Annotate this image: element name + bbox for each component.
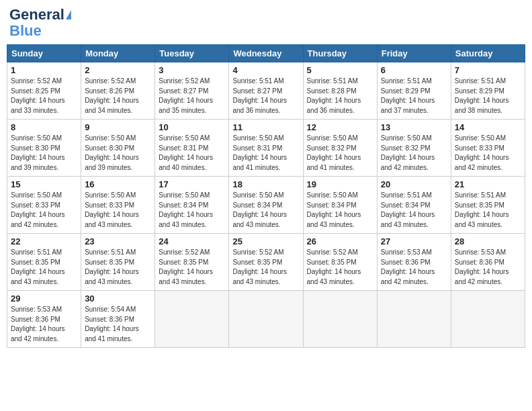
col-header-sunday: Sunday	[7, 45, 81, 62]
col-header-friday: Friday	[377, 45, 451, 62]
day-cell-empty	[377, 291, 451, 348]
week-row-6: 29Sunrise: 5:53 AMSunset: 8:36 PMDayligh…	[7, 291, 525, 348]
day-number: 18	[232, 179, 299, 189]
week-row-1: 1Sunrise: 5:52 AMSunset: 8:25 PMDaylight…	[7, 62, 525, 120]
day-cell-30: 30Sunrise: 5:54 AMSunset: 8:36 PMDayligh…	[81, 291, 155, 348]
day-info: Sunrise: 5:50 AMSunset: 8:33 PMDaylight:…	[85, 191, 151, 230]
day-number: 20	[381, 179, 447, 189]
day-cell-7: 7Sunrise: 5:51 AMSunset: 8:29 PMDaylight…	[451, 62, 525, 120]
day-number: 2	[85, 65, 151, 75]
day-info: Sunrise: 5:52 AMSunset: 8:25 PMDaylight:…	[11, 77, 77, 116]
day-info: Sunrise: 5:50 AMSunset: 8:33 PMDaylight:…	[455, 134, 521, 173]
logo: General Blue	[9, 7, 71, 39]
week-row-4: 22Sunrise: 5:51 AMSunset: 8:35 PMDayligh…	[7, 234, 525, 291]
week-row-3: 15Sunrise: 5:50 AMSunset: 8:33 PMDayligh…	[7, 177, 525, 234]
day-cell-26: 26Sunrise: 5:52 AMSunset: 8:35 PMDayligh…	[303, 234, 377, 291]
col-header-monday: Monday	[81, 45, 155, 62]
day-info: Sunrise: 5:52 AMSunset: 8:35 PMDaylight:…	[307, 248, 373, 287]
day-cell-16: 16Sunrise: 5:50 AMSunset: 8:33 PMDayligh…	[81, 177, 155, 234]
day-cell-3: 3Sunrise: 5:52 AMSunset: 8:27 PMDaylight…	[155, 62, 229, 120]
day-number: 3	[159, 65, 225, 75]
logo-text-blue: Blue	[9, 23, 42, 39]
day-info: Sunrise: 5:51 AMSunset: 8:29 PMDaylight:…	[381, 77, 447, 116]
day-number: 28	[455, 236, 521, 246]
day-cell-21: 21Sunrise: 5:51 AMSunset: 8:35 PMDayligh…	[451, 177, 525, 234]
day-cell-13: 13Sunrise: 5:50 AMSunset: 8:32 PMDayligh…	[377, 120, 451, 177]
day-cell-15: 15Sunrise: 5:50 AMSunset: 8:33 PMDayligh…	[7, 177, 81, 234]
day-info: Sunrise: 5:53 AMSunset: 8:36 PMDaylight:…	[11, 305, 77, 344]
day-number: 26	[307, 236, 373, 246]
logo-icon	[66, 10, 71, 19]
day-cell-10: 10Sunrise: 5:50 AMSunset: 8:31 PMDayligh…	[155, 120, 229, 177]
week-row-2: 8Sunrise: 5:50 AMSunset: 8:30 PMDaylight…	[7, 120, 525, 177]
day-info: Sunrise: 5:51 AMSunset: 8:35 PMDaylight:…	[85, 248, 151, 287]
day-number: 9	[85, 122, 151, 132]
day-cell-6: 6Sunrise: 5:51 AMSunset: 8:29 PMDaylight…	[377, 62, 451, 120]
day-number: 6	[381, 65, 447, 75]
day-cell-2: 2Sunrise: 5:52 AMSunset: 8:26 PMDaylight…	[81, 62, 155, 120]
day-cell-17: 17Sunrise: 5:50 AMSunset: 8:34 PMDayligh…	[155, 177, 229, 234]
day-number: 24	[159, 236, 225, 246]
day-number: 14	[455, 122, 521, 132]
day-cell-14: 14Sunrise: 5:50 AMSunset: 8:33 PMDayligh…	[451, 120, 525, 177]
day-info: Sunrise: 5:51 AMSunset: 8:28 PMDaylight:…	[307, 77, 373, 116]
day-cell-28: 28Sunrise: 5:53 AMSunset: 8:36 PMDayligh…	[451, 234, 525, 291]
day-info: Sunrise: 5:51 AMSunset: 8:29 PMDaylight:…	[455, 77, 521, 116]
day-info: Sunrise: 5:50 AMSunset: 8:34 PMDaylight:…	[232, 191, 299, 230]
logo-text-general: General	[9, 7, 64, 23]
day-number: 29	[11, 293, 77, 304]
day-number: 10	[159, 122, 225, 132]
day-info: Sunrise: 5:50 AMSunset: 8:34 PMDaylight:…	[307, 191, 373, 230]
day-number: 12	[307, 122, 373, 132]
day-info: Sunrise: 5:50 AMSunset: 8:30 PMDaylight:…	[85, 134, 151, 173]
day-info: Sunrise: 5:52 AMSunset: 8:35 PMDaylight:…	[159, 248, 225, 287]
day-info: Sunrise: 5:50 AMSunset: 8:31 PMDaylight:…	[159, 134, 225, 173]
day-info: Sunrise: 5:50 AMSunset: 8:33 PMDaylight:…	[11, 191, 77, 230]
day-info: Sunrise: 5:54 AMSunset: 8:36 PMDaylight:…	[85, 305, 151, 344]
day-cell-9: 9Sunrise: 5:50 AMSunset: 8:30 PMDaylight…	[81, 120, 155, 177]
day-cell-5: 5Sunrise: 5:51 AMSunset: 8:28 PMDaylight…	[303, 62, 377, 120]
day-cell-27: 27Sunrise: 5:53 AMSunset: 8:36 PMDayligh…	[377, 234, 451, 291]
day-number: 19	[307, 179, 373, 189]
day-cell-4: 4Sunrise: 5:51 AMSunset: 8:27 PMDaylight…	[229, 62, 303, 120]
day-number: 7	[455, 65, 521, 75]
col-header-saturday: Saturday	[451, 45, 525, 62]
day-info: Sunrise: 5:52 AMSunset: 8:35 PMDaylight:…	[232, 248, 299, 287]
col-header-thursday: Thursday	[303, 45, 377, 62]
day-number: 4	[232, 65, 299, 75]
day-number: 1	[11, 65, 77, 75]
day-number: 23	[85, 236, 151, 246]
day-cell-12: 12Sunrise: 5:50 AMSunset: 8:32 PMDayligh…	[303, 120, 377, 177]
day-cell-18: 18Sunrise: 5:50 AMSunset: 8:34 PMDayligh…	[229, 177, 303, 234]
day-info: Sunrise: 5:50 AMSunset: 8:30 PMDaylight:…	[11, 134, 77, 173]
col-header-tuesday: Tuesday	[155, 45, 229, 62]
day-info: Sunrise: 5:51 AMSunset: 8:35 PMDaylight:…	[11, 248, 77, 287]
day-info: Sunrise: 5:51 AMSunset: 8:27 PMDaylight:…	[232, 77, 299, 116]
day-cell-empty	[451, 291, 525, 348]
day-cell-8: 8Sunrise: 5:50 AMSunset: 8:30 PMDaylight…	[7, 120, 81, 177]
day-info: Sunrise: 5:52 AMSunset: 8:27 PMDaylight:…	[159, 77, 225, 116]
day-number: 15	[11, 179, 77, 189]
day-cell-empty	[303, 291, 377, 348]
day-info: Sunrise: 5:53 AMSunset: 8:36 PMDaylight:…	[381, 248, 447, 287]
day-number: 25	[232, 236, 299, 246]
day-number: 30	[85, 293, 151, 304]
day-cell-29: 29Sunrise: 5:53 AMSunset: 8:36 PMDayligh…	[7, 291, 81, 348]
day-info: Sunrise: 5:51 AMSunset: 8:35 PMDaylight:…	[455, 191, 521, 230]
day-number: 5	[307, 65, 373, 75]
day-info: Sunrise: 5:50 AMSunset: 8:31 PMDaylight:…	[232, 134, 299, 173]
day-cell-empty	[155, 291, 229, 348]
day-info: Sunrise: 5:52 AMSunset: 8:26 PMDaylight:…	[85, 77, 151, 116]
calendar-header-row: SundayMondayTuesdayWednesdayThursdayFrid…	[7, 45, 525, 62]
day-number: 22	[11, 236, 77, 246]
day-number: 21	[455, 179, 521, 189]
day-info: Sunrise: 5:50 AMSunset: 8:34 PMDaylight:…	[159, 191, 225, 230]
day-info: Sunrise: 5:51 AMSunset: 8:34 PMDaylight:…	[381, 191, 447, 230]
day-cell-11: 11Sunrise: 5:50 AMSunset: 8:31 PMDayligh…	[229, 120, 303, 177]
page-header: General Blue	[7, 7, 525, 39]
day-cell-24: 24Sunrise: 5:52 AMSunset: 8:35 PMDayligh…	[155, 234, 229, 291]
day-number: 8	[11, 122, 77, 132]
day-cell-25: 25Sunrise: 5:52 AMSunset: 8:35 PMDayligh…	[229, 234, 303, 291]
col-header-wednesday: Wednesday	[229, 45, 303, 62]
day-cell-19: 19Sunrise: 5:50 AMSunset: 8:34 PMDayligh…	[303, 177, 377, 234]
